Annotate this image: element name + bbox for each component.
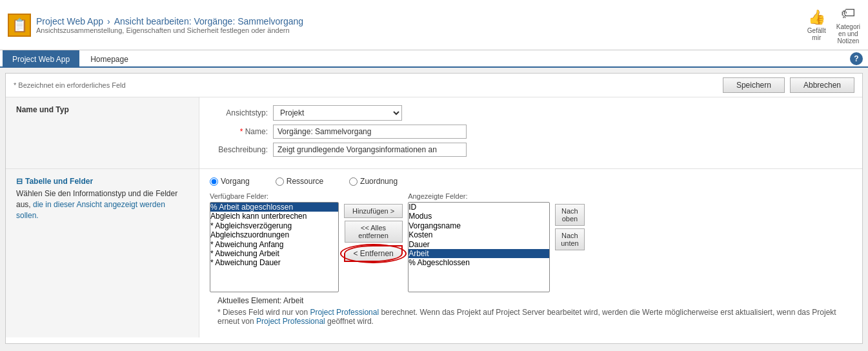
tabelle-und-felder-label: ⊟ Tabelle und Felder Wählen Sie den Info… bbox=[6, 169, 199, 337]
available-fields-label: Verfügbare Felder: bbox=[210, 192, 339, 200]
header-title: Project Web App › Ansicht bearbeiten: Vo… bbox=[36, 16, 303, 34]
tab-project-web-app[interactable]: Project Web App bbox=[3, 50, 79, 68]
help-button[interactable]: ? bbox=[850, 52, 863, 65]
tab-homepage[interactable]: Homepage bbox=[81, 50, 138, 68]
remove-all-button[interactable]: << Allesentfernen bbox=[345, 221, 403, 243]
gefaellt-mir-label: Gefällt mir bbox=[807, 27, 826, 41]
save-button[interactable]: Speichern bbox=[723, 77, 785, 93]
toolbar-area: * Bezeichnet ein erforderliches Feld Spe… bbox=[6, 74, 862, 97]
beschreibung-input[interactable] bbox=[273, 143, 467, 157]
name-und-typ-content: Ansichtstyp: Projekt Name: Beschreibung: bbox=[199, 97, 862, 168]
header-right: 👍 Gefällt mir 🏷 Kategori en und Notizen bbox=[807, 5, 860, 45]
tabelle-und-felder-title: ⊟ Tabelle und Felder bbox=[16, 177, 188, 186]
project-professional-link-2[interactable]: Project Professional bbox=[256, 317, 325, 326]
tabelle-und-felder-content: Vorgang Ressource Zuordnung Verfügbare F… bbox=[199, 169, 862, 337]
header: 📋 Project Web App › Ansicht bearbeiten: … bbox=[0, 0, 868, 50]
name-und-typ-label: Name und Typ bbox=[6, 97, 199, 168]
beschreibung-label: Beschreibung: bbox=[210, 145, 268, 154]
gefaellt-mir-button[interactable]: 👍 Gefällt mir bbox=[807, 9, 826, 41]
kategorien-button[interactable]: 🏷 Kategori en und Notizen bbox=[836, 5, 860, 45]
ansichtstyp-row: Ansichtstyp: Projekt bbox=[210, 105, 852, 121]
header-subtitle: Ansichtszusammenstellung, Eigenschaften … bbox=[36, 26, 303, 34]
move-down-button[interactable]: Nachunten bbox=[555, 228, 585, 250]
thumbs-up-icon: 👍 bbox=[808, 9, 825, 26]
project-professional-link[interactable]: Project Professional bbox=[310, 308, 379, 317]
available-item-0: % Arbeit abgeschlossen bbox=[210, 203, 338, 212]
available-fields-container: Verfügbare Felder: % Arbeit abgeschlosse… bbox=[210, 192, 339, 292]
nav-tabs: Project Web App Homepage ? bbox=[0, 50, 868, 68]
ansichtstyp-select[interactable]: Projekt bbox=[273, 105, 402, 121]
available-fields-list[interactable]: % Arbeit abgeschlossen Abgleich kann unt… bbox=[210, 202, 339, 292]
kategorien-icon: 🏷 bbox=[841, 5, 855, 22]
app-icon: 📋 bbox=[8, 14, 31, 37]
available-item-1: Abgleich kann unterbrechen bbox=[210, 212, 338, 221]
footnote: * Dieses Feld wird nur von Project Profe… bbox=[217, 308, 844, 326]
name-row: Name: bbox=[210, 125, 852, 139]
status-area: Aktuelles Element: Arbeit * Dieses Feld … bbox=[210, 292, 852, 330]
main-content: * Bezeichnet ein erforderliches Feld Spe… bbox=[5, 73, 863, 344]
radio-vorgang-input[interactable] bbox=[210, 177, 218, 186]
name-label: Name: bbox=[210, 127, 268, 136]
displayed-item-0: ID bbox=[409, 203, 549, 212]
required-note: * Bezeichnet ein erforderliches Feld bbox=[14, 81, 126, 89]
name-input[interactable] bbox=[273, 125, 467, 139]
displayed-item-3: Kosten bbox=[409, 230, 549, 239]
remove-button[interactable]: < Entfernen bbox=[344, 245, 402, 262]
available-item-5: * Abweichung Arbeit bbox=[210, 249, 338, 258]
radio-ressource[interactable]: Ressource bbox=[276, 177, 323, 186]
radio-ressource-input[interactable] bbox=[276, 177, 284, 186]
displayed-item-6: % Abgeschlossen bbox=[409, 258, 549, 267]
tabelle-und-felder-section: ⊟ Tabelle und Felder Wählen Sie den Info… bbox=[6, 169, 862, 337]
displayed-item-2: Vorgangsname bbox=[409, 221, 549, 230]
tabelle-und-felder-desc: Wählen Sie den Informationstyp und die F… bbox=[16, 188, 188, 221]
move-buttons: Nachoben Nachunten bbox=[555, 192, 585, 250]
app-name: Project Web App bbox=[36, 16, 103, 26]
transfer-buttons: Hinzufügen > << Allesentfernen < Entfern… bbox=[344, 192, 403, 262]
add-button[interactable]: Hinzufügen > bbox=[344, 204, 403, 218]
displayed-item-1: Modus bbox=[409, 212, 549, 221]
kategorien-label: Kategori en und Notizen bbox=[836, 23, 860, 45]
available-item-4: * Abweichung Anfang bbox=[210, 240, 338, 249]
name-und-typ-section: Name und Typ Ansichtstyp: Projekt Name: … bbox=[6, 97, 862, 169]
collapse-icon: ⊟ bbox=[16, 177, 23, 186]
displayed-fields-list[interactable]: ID Modus Vorgangsname Kosten Dauer Arbei… bbox=[408, 202, 550, 292]
radio-zuordnung[interactable]: Zuordnung bbox=[349, 177, 398, 186]
displayed-fields-label: Angezeigte Felder: bbox=[408, 192, 550, 200]
displayed-fields-container: Angezeigte Felder: ID Modus Vorgangsname… bbox=[408, 192, 550, 292]
current-element: Aktuelles Element: Arbeit bbox=[217, 296, 844, 305]
header-left: 📋 Project Web App › Ansicht bearbeiten: … bbox=[8, 14, 303, 37]
radio-group: Vorgang Ressource Zuordnung bbox=[210, 177, 852, 186]
move-up-button[interactable]: Nachoben bbox=[555, 204, 585, 226]
available-item-2: * Abgleichsverzögerung bbox=[210, 221, 338, 230]
cancel-button[interactable]: Abbrechen bbox=[790, 77, 854, 93]
breadcrumb-sep: › bbox=[107, 16, 110, 26]
name-und-typ-title: Name und Typ bbox=[16, 105, 188, 114]
displayed-item-5: Arbeit bbox=[409, 249, 549, 258]
beschreibung-row: Beschreibung: bbox=[210, 143, 852, 157]
radio-vorgang[interactable]: Vorgang bbox=[210, 177, 250, 186]
available-item-6: * Abweichung Dauer bbox=[210, 258, 338, 267]
available-item-3: Abgleichszuordnungen bbox=[210, 230, 338, 239]
page-title: Ansicht bearbeiten: Vorgänge: Sammelvorg… bbox=[114, 16, 303, 26]
displayed-item-4: Dauer bbox=[409, 240, 549, 249]
fields-area: Verfügbare Felder: % Arbeit abgeschlosse… bbox=[210, 192, 852, 292]
ansichtstyp-label: Ansichtstyp: bbox=[210, 108, 268, 117]
radio-zuordnung-input[interactable] bbox=[349, 177, 358, 186]
